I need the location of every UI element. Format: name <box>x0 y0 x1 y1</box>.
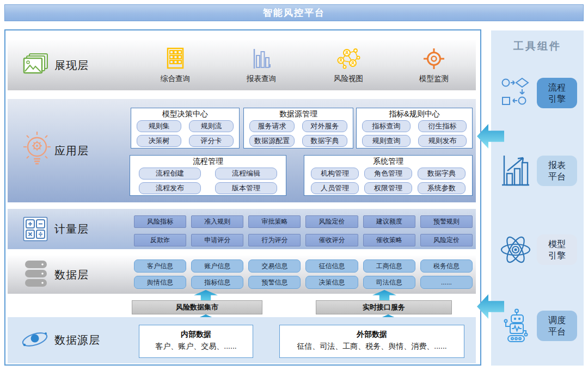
external-data-title: 外部数据 <box>280 330 464 339</box>
data-item: 预警信息 <box>248 276 301 289</box>
data-item: 税务信息 <box>420 259 473 273</box>
measure-item: 催收评分 <box>305 234 358 246</box>
data-row-2: 舆情信息指标信息预警信息决策信息司法信息...... <box>134 276 473 289</box>
internal-data-desc: 客户、账户、交易、...... <box>139 342 253 351</box>
measure-item: 风险定价 <box>420 234 473 246</box>
app-module: 规则集 <box>137 120 181 132</box>
atom-icon <box>499 233 532 267</box>
measure-item: 行为评分 <box>248 234 301 246</box>
tool-box-model-engine: 模型引擎 <box>537 234 577 265</box>
group-items: 流程创建流程编辑流程发布版本管理 <box>130 167 286 195</box>
data-item: 工商信息 <box>363 259 415 273</box>
group-indicator-rule-center: 指标&规则中心 指标查询衍生指标规则查询规则发布 <box>356 108 473 149</box>
galaxy-icon <box>21 327 49 354</box>
gallery-icon <box>23 53 49 79</box>
data-item: 征信信息 <box>305 259 358 273</box>
app-module: 决策树 <box>137 135 181 147</box>
tools-sidebar-title: 工具组件 <box>491 30 584 53</box>
group-title: 模型决策中心 <box>131 108 239 120</box>
presentation-item-report-query: 报表查询 <box>229 46 294 84</box>
calculator-icon <box>23 217 48 244</box>
data-row-1: 客户信息账户信息交易信息征信信息工商信息税务信息 <box>134 259 473 273</box>
group-process-mgmt: 流程管理 流程创建流程编辑流程发布版本管理 <box>130 155 286 196</box>
data-item: 账户信息 <box>191 259 243 273</box>
app-module: 数据字典 <box>418 168 465 180</box>
group-items: 服务请求对外服务数据源配置数据字典 <box>244 120 353 147</box>
presentation-item-model-monitor: 模型监测 <box>401 46 467 84</box>
app-module: 权限管理 <box>364 182 412 194</box>
external-data-box: 外部数据 征信、司法、工商、税务、舆情、消费、...... <box>279 325 464 358</box>
app-module: 流程编辑 <box>215 168 277 180</box>
report-chart-icon <box>499 154 532 188</box>
group-items: 规则集规则流决策树评分卡 <box>131 120 239 147</box>
flowchart-icon <box>499 76 532 110</box>
tool-box-process-engine: 流程引擎 <box>537 78 577 108</box>
network-icon <box>316 46 381 72</box>
app-module: 衍生指标 <box>418 120 467 132</box>
group-datasource-mgmt: 数据源管理 服务请求对外服务数据源配置数据字典 <box>243 108 353 149</box>
group-title: 数据源管理 <box>244 108 353 120</box>
datasource-layer-label: 数据源层 <box>54 333 100 348</box>
app-module: 人员管理 <box>311 182 359 194</box>
grid-icon <box>143 46 208 72</box>
measure-item: 风险定价 <box>305 215 358 228</box>
presentation-layer-label: 展现层 <box>54 58 89 73</box>
robot-icon <box>499 309 532 343</box>
lightbulb-gear-icon <box>22 131 52 169</box>
app-module: 评分卡 <box>189 135 234 147</box>
platform-banner: 智能风控平台 <box>4 4 584 21</box>
app-module: 流程发布 <box>139 182 201 194</box>
app-module: 数据字典 <box>302 135 347 147</box>
measurement-row-2: 反欺诈申请评分行为评分催收评分催收策略风险定价 <box>134 234 473 246</box>
database-icon <box>24 261 48 291</box>
app-module: 服务请求 <box>249 120 295 132</box>
app-module: 规则流 <box>189 120 234 132</box>
external-data-desc: 征信、司法、工商、税务、舆情、消费、...... <box>280 342 464 351</box>
measure-item: 催收策略 <box>363 234 415 246</box>
measure-item: 申请评分 <box>191 234 243 246</box>
group-title: 系统管理 <box>304 156 472 167</box>
app-module: 规则发布 <box>418 135 467 147</box>
app-module: 系统参数 <box>418 182 465 194</box>
measurement-layer-label: 计量层 <box>54 222 89 237</box>
bar-chart-icon <box>229 46 294 72</box>
app-module: 机构管理 <box>311 168 359 180</box>
app-module: 流程创建 <box>139 168 201 180</box>
application-layer-label: 应用层 <box>54 144 89 158</box>
group-model-decision-center: 模型决策中心 规则集规则流决策树评分卡 <box>131 108 240 149</box>
data-item: ...... <box>420 276 473 289</box>
internal-data-box: 内部数据 客户、账户、交易、...... <box>139 325 253 358</box>
measure-item: 审批策略 <box>248 215 301 228</box>
measure-item: 反欺诈 <box>134 234 186 246</box>
app-module: 版本管理 <box>215 182 277 194</box>
tool-box-schedule-platform: 调度平台 <box>537 311 577 341</box>
tool-box-report-platform: 报表平台 <box>537 156 577 186</box>
presentation-item-overall-query: 综合查询 <box>143 46 208 84</box>
tools-sidebar: 工具组件 流程引擎 报表平台 <box>491 30 584 366</box>
app-module: 对外服务 <box>302 120 347 132</box>
app-module: 规则查询 <box>362 135 411 147</box>
app-module: 数据源配置 <box>249 135 295 147</box>
risk-data-mart-bar: 风险数据集市 <box>132 300 262 314</box>
data-item: 客户信息 <box>134 259 186 273</box>
app-module: 指标查询 <box>362 120 411 132</box>
data-item: 舆情信息 <box>134 276 186 289</box>
presentation-item-risk-view: 风险视图 <box>316 46 381 84</box>
data-layer-label: 数据层 <box>54 268 89 282</box>
data-item: 交易信息 <box>248 259 301 273</box>
group-items: 机构管理角色管理数据字典人员管理权限管理系统参数 <box>304 167 472 195</box>
platform-title: 智能风控平台 <box>5 5 583 21</box>
measure-item: 准入规则 <box>191 215 243 228</box>
measurement-row-1: 风险指标准入规则审批策略风险定价建议额度预警规则 <box>134 215 473 228</box>
group-title: 流程管理 <box>130 156 286 167</box>
measure-item: 风险指标 <box>134 215 186 228</box>
realtime-interface-bar: 实时接口服务 <box>316 300 452 314</box>
group-items: 指标查询衍生指标规则查询规则发布 <box>357 120 472 147</box>
target-icon <box>401 46 467 72</box>
data-item: 指标信息 <box>191 276 243 289</box>
data-item: 决策信息 <box>305 276 358 289</box>
app-module: 角色管理 <box>364 168 412 180</box>
data-item: 司法信息 <box>363 276 415 289</box>
group-system-mgmt: 系统管理 机构管理角色管理数据字典人员管理权限管理系统参数 <box>304 155 473 196</box>
group-title: 指标&规则中心 <box>357 108 472 120</box>
